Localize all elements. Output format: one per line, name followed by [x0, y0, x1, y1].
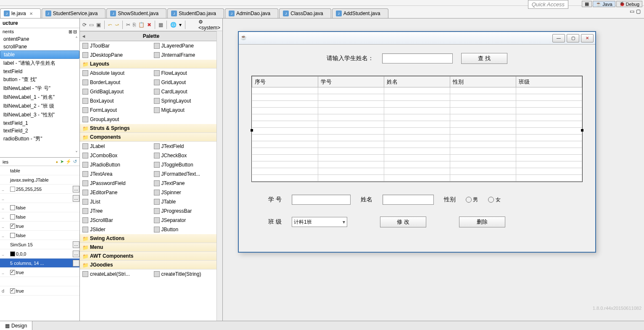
palette-item[interactable]: createTitle(String)	[151, 269, 223, 279]
editor-tab[interactable]: JClassDao.java	[279, 8, 331, 18]
palette-item[interactable]: SpringLayout	[151, 96, 223, 106]
search-button[interactable]: 查 找	[461, 53, 507, 64]
properties-table[interactable]: table javax.swing.JTable ..255,255,255… …	[0, 166, 79, 321]
minimize-icon[interactable]: ▭	[630, 8, 634, 14]
chevron-down-icon[interactable]: ˅	[75, 150, 78, 156]
goto-definition-icon[interactable]: ➤	[60, 159, 64, 164]
palette-item[interactable]: GridLayout	[151, 78, 223, 87]
palette-item[interactable]: JLayeredPane	[151, 41, 223, 50]
refresh-icon[interactable]: ⟳	[82, 21, 87, 29]
palette-item[interactable]: GridBagLayout	[80, 87, 151, 96]
more-button[interactable]: …	[73, 251, 79, 257]
more-button[interactable]: …	[73, 186, 79, 193]
palette-item[interactable]: JPasswordField	[80, 179, 151, 188]
table-row[interactable]	[252, 155, 582, 161]
prop-fillvp[interactable]: false	[8, 233, 79, 238]
preview-icon[interactable]: ▦	[158, 21, 163, 29]
maximize-button[interactable]: ▢	[567, 34, 579, 42]
palette-item[interactable]: FormLayout	[80, 106, 151, 115]
delete-icon[interactable]: ✖	[147, 21, 151, 29]
maximize-icon[interactable]: ▢	[636, 8, 641, 14]
table-row[interactable]	[252, 161, 582, 168]
tree-item[interactable]: ontentPane	[0, 35, 79, 43]
palette-item[interactable]: JProgressBar	[151, 206, 223, 216]
close-icon[interactable]: ✕	[29, 11, 33, 16]
checkbox-icon[interactable]	[10, 233, 15, 238]
tree-item[interactable]: lblNewLabel_1 - "姓名"	[0, 93, 79, 102]
id-input[interactable]	[292, 195, 351, 205]
test-icon[interactable]: ▭	[89, 21, 94, 29]
palette-item[interactable]	[151, 115, 223, 124]
prop-variable[interactable]: table	[8, 168, 79, 173]
chevron-up-icon[interactable]: ˄	[75, 36, 78, 42]
back-icon[interactable]: ◂	[82, 33, 85, 39]
class-combo[interactable]: 计科1班▾	[292, 217, 347, 227]
globe-icon[interactable]: 🌐	[170, 21, 177, 29]
table-row[interactable]	[252, 148, 582, 155]
redo-icon[interactable]: ⤻	[115, 21, 119, 29]
palette-item[interactable]: JTree	[80, 206, 151, 216]
checkbox-icon[interactable]	[10, 288, 15, 293]
prop-rowselection[interactable]: true	[8, 270, 79, 275]
palette-item[interactable]: JSpinner	[151, 188, 223, 197]
table-header[interactable]: 学号	[318, 77, 384, 87]
palette-item[interactable]: MigLayout	[151, 106, 223, 115]
checkbox-icon[interactable]	[10, 205, 15, 210]
collapse-all-icon[interactable]: ⊟	[73, 29, 77, 34]
table-row[interactable]	[252, 101, 582, 108]
palette-item[interactable]: JList	[80, 197, 151, 206]
quick-access-field[interactable]: Quick Access	[528, 0, 568, 9]
table-row[interactable]	[252, 108, 582, 114]
table-row[interactable]	[252, 141, 582, 148]
editor-tab[interactable]: JAdminDao.java	[225, 8, 278, 18]
show-events-icon[interactable]: ⚡	[66, 159, 71, 164]
prop-cellselection[interactable]: false	[8, 205, 79, 210]
editor-tab[interactable]: JAddStudent.java	[332, 8, 388, 18]
tree-item[interactable]: lblNewLabel_2 - "班 级	[0, 102, 79, 111]
table-header[interactable]: 姓名	[384, 77, 450, 87]
palette-item[interactable]: JFormattedText...	[151, 169, 223, 179]
undo-icon[interactable]: ⤺	[108, 21, 112, 29]
component-tree[interactable]: ˄ ontentPane scrollPane table label - "请…	[0, 35, 79, 157]
externalize-icon[interactable]: ▣	[96, 21, 101, 29]
table-row[interactable]	[252, 135, 582, 141]
palette-item[interactable]: BorderLayout	[80, 78, 151, 87]
palette-item[interactable]: JButton	[151, 225, 223, 234]
table-header[interactable]: 序号	[252, 77, 318, 87]
more-button[interactable]: …	[73, 195, 79, 202]
prop-enabled[interactable]: true	[8, 224, 79, 229]
checkbox-icon[interactable]	[10, 214, 15, 219]
palette-category-struts[interactable]: 📁Struts & Springs	[80, 124, 222, 133]
paste-icon[interactable]: 📋	[138, 21, 145, 29]
palette-item[interactable]: BoxLayout	[80, 96, 151, 106]
show-advanced-icon[interactable]: ⬥	[55, 159, 58, 164]
prop-showgrid[interactable]: true	[8, 288, 79, 293]
student-table[interactable]: 序号学号姓名性别班级	[251, 76, 583, 182]
palette-category-menu[interactable]: 📁Menu	[80, 243, 222, 252]
table-row[interactable]	[252, 114, 582, 121]
minimize-button[interactable]: —	[552, 34, 565, 42]
java-perspective-button[interactable]: ☕Java	[593, 1, 615, 7]
checkbox-icon[interactable]	[10, 224, 15, 229]
tree-item[interactable]: lblNewLabel - "学 号"	[0, 84, 79, 93]
palette-category-awt[interactable]: 📁AWT Components	[80, 252, 222, 261]
checkbox-icon[interactable]	[10, 270, 15, 275]
palette-item[interactable]: JToolBar	[80, 41, 151, 50]
laf-combo[interactable]: ⚙ <system>	[189, 18, 228, 32]
editor-tab[interactable]: JStudentService.java	[42, 8, 106, 18]
editor-tab[interactable]: JShowStudent.java	[106, 8, 166, 18]
copy-icon[interactable]: ⎘	[133, 21, 136, 29]
tree-item[interactable]: lblNewLabel_3 - "性别"	[0, 111, 79, 119]
prop-background[interactable]: 255,255,255	[8, 187, 73, 192]
prop-model[interactable]: 5 columns, 14 ...	[8, 261, 73, 266]
palette-item[interactable]: JTextPane	[151, 179, 223, 188]
palette-item[interactable]: JToggleButton	[151, 160, 223, 169]
cut-icon[interactable]: ✂	[126, 21, 130, 29]
palette-item[interactable]: JTextArea	[80, 169, 151, 179]
dropdown-icon[interactable]: ▾	[179, 22, 182, 28]
palette-item[interactable]: JSeparator	[151, 216, 223, 225]
palette-item[interactable]: JTextField	[151, 142, 223, 151]
palette-category-components[interactable]: 📁Components	[80, 133, 222, 142]
radio-female[interactable]: 女	[488, 196, 500, 203]
modify-button[interactable]: 修 改	[380, 216, 426, 227]
